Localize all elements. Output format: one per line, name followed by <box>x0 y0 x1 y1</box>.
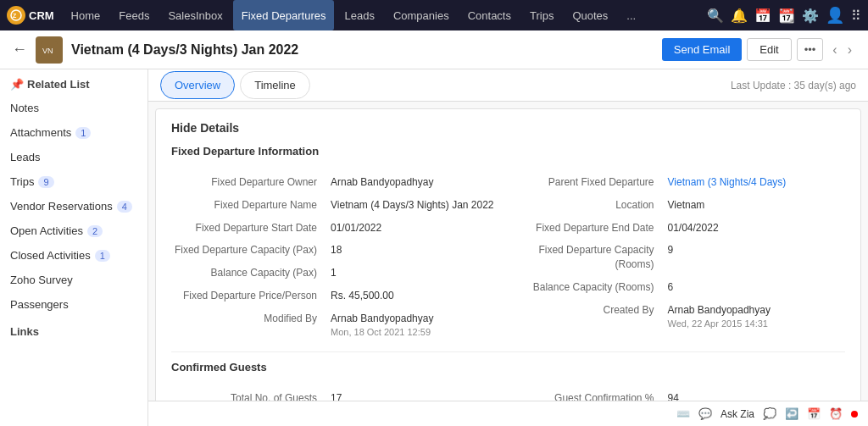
help-icon[interactable]: 💬 <box>698 407 712 420</box>
send-email-button[interactable]: Send Email <box>662 38 742 61</box>
field-name: Fixed Departure Name Vietnam (4 Days/3 N… <box>171 194 509 217</box>
related-list-header: 📌 Related List <box>0 69 147 96</box>
more-actions-button[interactable]: ••• <box>797 38 824 61</box>
field-label-owner: Fixed Departure Owner <box>171 175 324 190</box>
field-value-capacity-pax: 18 <box>331 243 509 257</box>
field-owner: Fixed Departure Owner Arnab Bandyopadhya… <box>171 171 509 194</box>
page-icon: VN <box>36 36 63 64</box>
field-label-start-date: Fixed Departure Start Date <box>171 221 324 235</box>
nav-home[interactable]: Home <box>63 0 109 30</box>
fields-grid: Fixed Departure Owner Arnab Bandyopadhya… <box>171 171 845 343</box>
last-update-label: Last Update : 35 day(s) ago <box>731 80 856 91</box>
content-area: Overview Timeline Last Update : 35 day(s… <box>148 69 868 426</box>
field-location: Location Vietnam <box>509 194 846 217</box>
calendar-icon[interactable]: 📆 <box>778 8 795 24</box>
field-label-balance-pax: Balance Capacity (Pax) <box>171 266 324 280</box>
next-record-button[interactable]: › <box>843 41 856 59</box>
logo[interactable]: Z CRM <box>7 6 54 25</box>
detail-panel: Hide Details Fixed Departure Information… <box>148 102 868 401</box>
notification-dot <box>851 411 858 418</box>
field-guest-confirmation: Guest Confirmation % 94 <box>509 387 846 401</box>
nav-feeds[interactable]: Feeds <box>110 0 158 30</box>
sidebar-item-notes[interactable]: Notes <box>0 96 147 120</box>
tab-timeline[interactable]: Timeline <box>240 71 310 99</box>
user-avatar[interactable]: 👤 <box>826 6 844 25</box>
keyboard-icon[interactable]: ⌨️ <box>676 407 690 420</box>
field-balance-rooms: Balance Capacity (Rooms) 6 <box>509 276 846 299</box>
nav-more[interactable]: ... <box>618 0 644 30</box>
field-label-end-date: Fixed Departure End Date <box>509 221 661 235</box>
edit-button[interactable]: Edit <box>747 38 791 61</box>
sidebar-item-zoho-survey[interactable]: Zoho Survey <box>0 268 147 292</box>
calendar-bottom-icon[interactable]: 📅 <box>807 407 821 420</box>
feedback-icon[interactable]: 💭 <box>763 407 776 420</box>
field-value-owner: Arnab Bandyopadhyay <box>331 175 509 190</box>
confirmed-right: Guest Confirmation % 94 <box>509 387 846 401</box>
field-created-by: Created By Arnab Bandyopadhyay Wed, 22 A… <box>509 299 846 335</box>
undo-icon[interactable]: ↩️ <box>785 407 798 420</box>
field-value-balance-rooms: 6 <box>668 280 846 295</box>
field-price: Fixed Departure Price/Person Rs. 45,500.… <box>171 285 509 307</box>
sidebar-item-attachments[interactable]: Attachments 1 <box>0 120 147 145</box>
hide-details-toggle[interactable]: Hide Details <box>171 121 845 135</box>
nav-right-icons: 🔍 🔔 📅 📆 ⚙️ 👤 ⠿ <box>707 6 861 25</box>
field-value-guest-confirmation: 94 <box>668 391 846 401</box>
header-actions: Send Email Edit ••• ‹ › <box>662 38 856 61</box>
tabs: Overview Timeline <box>160 71 315 99</box>
field-value-capacity-rooms: 9 <box>668 243 846 257</box>
field-capacity-pax: Fixed Departure Capacity (Pax) 18 <box>171 239 509 262</box>
nav-contacts[interactable]: Contacts <box>459 0 520 30</box>
confirmed-fields-grid: Total No. of Guests 17 Guest Confirmatio… <box>171 387 845 401</box>
alarm-icon[interactable]: ⏰ <box>829 407 843 420</box>
nav-trips[interactable]: Trips <box>521 0 562 30</box>
bell-icon[interactable]: 🔔 <box>731 8 748 24</box>
field-label-capacity-rooms: Fixed Departure Capacity (Rooms) <box>509 243 661 272</box>
sidebar-item-closed-activities[interactable]: Closed Activities 1 <box>0 243 147 268</box>
confirmed-left: Total No. of Guests 17 <box>171 387 509 401</box>
attachments-badge: 1 <box>75 127 91 139</box>
field-label-created-by: Created By <box>509 303 661 318</box>
settings-icon[interactable]: ⚙️ <box>802 8 819 24</box>
links-header: Links <box>0 317 147 343</box>
nav-leads[interactable]: Leads <box>336 0 382 30</box>
sidebar-item-leads[interactable]: Leads <box>0 145 147 169</box>
apps-icon[interactable]: ⠿ <box>851 8 861 24</box>
nav-fixed-departures[interactable]: Fixed Departures <box>233 0 335 30</box>
prev-record-button[interactable]: ‹ <box>828 41 841 59</box>
closed-activities-badge: 1 <box>95 250 110 262</box>
search-icon[interactable]: 🔍 <box>707 8 724 24</box>
field-value-modified-by: Arnab Bandyopadhyay Mon, 18 Oct 2021 12:… <box>331 312 509 339</box>
field-label-total-guests: Total No. of Guests <box>171 391 324 401</box>
field-value-price: Rs. 45,500.00 <box>331 289 509 303</box>
field-modified-by: Modified By Arnab Bandyopadhyay Mon, 18 … <box>171 307 509 343</box>
field-total-guests: Total No. of Guests 17 <box>171 387 509 401</box>
trips-badge: 9 <box>38 176 53 188</box>
nav-quotes[interactable]: Quotes <box>564 0 616 30</box>
section-divider <box>171 351 845 352</box>
field-label-guest-confirmation: Guest Confirmation % <box>509 391 661 401</box>
field-value-start-date: 01/01/2022 <box>331 221 509 235</box>
sidebar-item-passengers[interactable]: Passengers <box>0 292 147 317</box>
field-value-parent[interactable]: Vietnam (3 Nights/4 Days) <box>668 175 846 190</box>
field-balance-pax: Balance Capacity (Pax) 1 <box>171 262 509 285</box>
sidebar: 📌 Related List Notes Attachments 1 Leads… <box>0 69 148 426</box>
field-end-date: Fixed Departure End Date 01/04/2022 <box>509 217 846 240</box>
vendor-badge: 4 <box>117 201 132 213</box>
sidebar-item-trips[interactable]: Trips 9 <box>0 169 147 194</box>
calendar-add-icon[interactable]: 📅 <box>754 8 771 24</box>
tab-overview[interactable]: Overview <box>160 71 235 99</box>
nav-companies[interactable]: Companies <box>385 0 458 30</box>
sidebar-item-vendor-reservations[interactable]: Vendor Reservations 4 <box>0 194 147 219</box>
field-value-location: Vietnam <box>668 198 846 213</box>
field-value-end-date: 01/04/2022 <box>668 221 846 235</box>
bottom-bar: ⌨️ 💬 Ask Zia 💭 ↩️ 📅 ⏰ <box>148 401 868 426</box>
fixed-info-section-title: Fixed Departure Information <box>171 145 845 163</box>
field-label-price: Fixed Departure Price/Person <box>171 289 324 303</box>
ask-zia-label[interactable]: Ask Zia <box>721 408 754 420</box>
pin-icon: 📌 <box>10 78 24 91</box>
page-title: Vietnam (4 Days/3 Nights) Jan 2022 <box>71 42 654 58</box>
field-label-location: Location <box>509 198 661 213</box>
back-button[interactable]: ← <box>12 41 27 58</box>
sidebar-item-open-activities[interactable]: Open Activities 2 <box>0 219 147 243</box>
nav-salesinbox[interactable]: SalesInbox <box>159 0 231 30</box>
